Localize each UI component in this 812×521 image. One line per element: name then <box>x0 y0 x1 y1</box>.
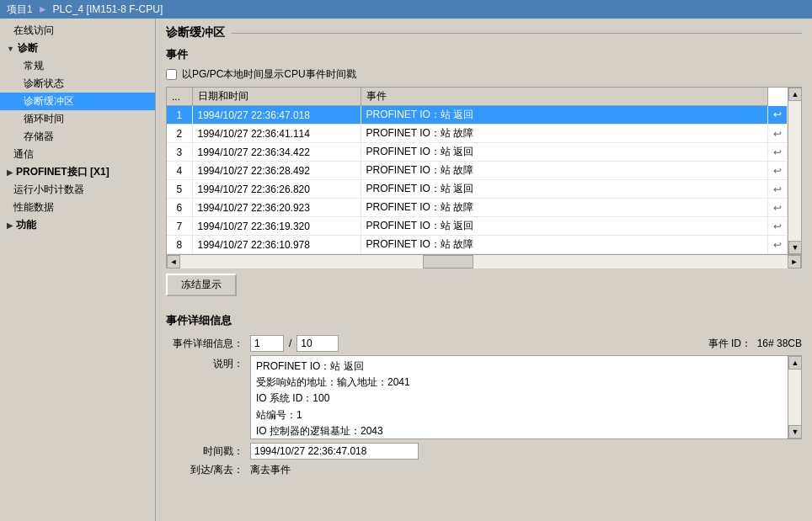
cell-num: 5 <box>167 180 192 199</box>
events-panel: 事件 以PG/PC本地时间显示CPU事件时间戳 ... 日期和时间 事件 <box>166 47 802 305</box>
timestamp-checkbox[interactable] <box>166 69 177 80</box>
sidebar-item-diagnostics[interactable]: 诊断 <box>0 40 155 57</box>
triangle-icon-diagnostics <box>7 45 14 53</box>
sidebar-item-function[interactable]: 功能 <box>0 216 155 234</box>
timestamp-checkbox-label: 以PG/PC本地时间显示CPU事件时间戳 <box>182 67 356 82</box>
cell-icon: ↩ <box>768 199 788 217</box>
sidebar-label-function: 功能 <box>16 218 36 232</box>
cell-event: PROFINET IO：站 故障 <box>361 162 768 180</box>
event-detail-separator: / <box>289 338 291 349</box>
cell-num: 3 <box>167 143 192 162</box>
h-scroll-right-arrow[interactable]: ► <box>788 255 801 268</box>
sidebar-item-storage[interactable]: 存储器 <box>0 128 155 146</box>
event-detail-info-row: 事件详细信息： / 事件 ID： 16# 38CB <box>166 335 802 352</box>
cell-icon: ↩ <box>768 106 788 125</box>
cell-icon: ↩ <box>768 236 788 254</box>
cell-event: PROFINET IO：站 故障 <box>361 199 768 217</box>
desc-scroll-down[interactable]: ▼ <box>788 425 802 439</box>
description-scrollbar[interactable]: ▲ ▼ <box>788 356 801 439</box>
cell-datetime: 1994/10/27 22:36:20.923 <box>192 199 361 217</box>
h-scroll-track[interactable] <box>180 255 788 268</box>
cell-event: PROFINET IO：站 故障 <box>361 236 768 254</box>
description-text: PROFINET IO：站 返回 受影响站的地址：输入地址：2041 IO 系统… <box>251 356 788 439</box>
sidebar-item-online-access[interactable]: 在线访问 <box>0 22 155 40</box>
cell-icon: ↩ <box>768 125 788 143</box>
events-table: ... 日期和时间 事件 11994/10/27 22:36:47.018PRO… <box>167 88 788 254</box>
table-row[interactable]: 61994/10/27 22:36:20.923PROFINET IO：站 故障… <box>167 199 788 217</box>
cell-datetime: 1994/10/27 22:36:19.320 <box>192 217 361 236</box>
cell-datetime: 1994/10/27 22:36:47.018 <box>192 106 361 125</box>
cell-num: 8 <box>167 236 192 254</box>
scroll-up-arrow[interactable]: ▲ <box>788 88 802 101</box>
sidebar-item-comms[interactable]: 通信 <box>0 146 155 163</box>
desc-scroll-up[interactable]: ▲ <box>788 356 802 369</box>
col-header-event: 事件 <box>361 88 768 106</box>
table-row[interactable]: 31994/10/27 22:36:34.422PROFINET IO：站 返回… <box>167 143 788 162</box>
title-separator: ► <box>38 3 48 15</box>
cell-datetime: 1994/10/27 22:36:28.492 <box>192 162 361 180</box>
section-divider <box>232 33 802 34</box>
table-row[interactable]: 41994/10/27 22:36:28.492PROFINET IO：站 故障… <box>167 162 788 180</box>
arrival-departure-value: 离去事件 <box>250 463 291 477</box>
page-title: 诊断缓冲区 <box>166 25 225 40</box>
table-row[interactable]: 51994/10/27 22:36:26.820PROFINET IO：站 返回… <box>167 180 788 199</box>
events-table-scrollbar[interactable]: ▲ ▼ <box>788 88 801 254</box>
col-header-datetime: 日期和时间 <box>192 88 361 106</box>
cell-event: PROFINET IO：站 故障 <box>361 125 768 143</box>
sidebar-label-diagnostics: 诊断 <box>18 41 38 56</box>
timestamp-checkbox-row: 以PG/PC本地时间显示CPU事件时间戳 <box>166 67 802 82</box>
sidebar-item-runtime-counter[interactable]: 运行小时计数器 <box>0 181 155 199</box>
cell-event: PROFINET IO：站 返回 <box>361 143 768 162</box>
table-row[interactable]: 21994/10/27 22:36:41.114PROFINET IO：站 故障… <box>167 125 788 143</box>
scroll-track[interactable] <box>788 101 801 241</box>
triangle-icon-function <box>7 221 13 230</box>
sidebar-item-cycle-time[interactable]: 循环时间 <box>0 110 155 128</box>
scroll-down-arrow[interactable]: ▼ <box>788 241 802 254</box>
h-scroll-thumb[interactable] <box>423 255 473 268</box>
desc-line-3: IO 系统 ID：100 <box>256 391 783 407</box>
sidebar-item-diag-buffer[interactable]: 诊断缓冲区 <box>0 93 155 110</box>
sidebar: 在线访问 诊断 常规 诊断状态 诊断缓冲区 循环时间 存储器 通信 PROFIN… <box>0 19 156 521</box>
cell-num: 4 <box>167 162 192 180</box>
events-section-label: 事件 <box>166 47 802 62</box>
cell-icon: ↩ <box>768 180 788 199</box>
sidebar-item-profinet[interactable]: PROFINET接口 [X1] <box>0 163 155 181</box>
cell-icon: ↩ <box>768 162 788 180</box>
desc-scroll-track[interactable] <box>788 369 801 425</box>
description-row: 说明： PROFINET IO：站 返回 受影响站的地址：输入地址：2041 I… <box>166 355 802 439</box>
event-detail-label: 事件详细信息： <box>166 337 250 351</box>
description-container: PROFINET IO：站 返回 受影响站的地址：输入地址：2041 IO 系统… <box>250 355 802 439</box>
sidebar-label-runtime-counter: 运行小时计数器 <box>13 183 84 195</box>
sidebar-item-normal[interactable]: 常规 <box>0 57 155 75</box>
desc-line-1: PROFINET IO：站 返回 <box>256 359 783 375</box>
sidebar-item-perf-data[interactable]: 性能数据 <box>0 199 155 216</box>
sidebar-item-diag-status[interactable]: 诊断状态 <box>0 75 155 93</box>
freeze-button[interactable]: 冻结显示 <box>166 274 237 296</box>
current-event-input[interactable] <box>250 335 284 352</box>
cell-num: 1 <box>167 106 192 125</box>
events-table-main: ... 日期和时间 事件 11994/10/27 22:36:47.018PRO… <box>167 88 788 254</box>
desc-line-4: 站编号：1 <box>256 407 783 423</box>
timestamp-label: 时间戳： <box>166 444 250 459</box>
cell-icon: ↩ <box>768 143 788 162</box>
cell-num: 6 <box>167 199 192 217</box>
cell-icon: ↩ <box>768 217 788 236</box>
sidebar-label-cycle-time: 循环时间 <box>24 113 64 125</box>
cell-event: PROFINET IO：站 返回 <box>361 180 768 199</box>
total-events-input[interactable] <box>296 335 339 352</box>
table-row[interactable]: 11994/10/27 22:36:47.018PROFINET IO：站 返回… <box>167 106 788 125</box>
sidebar-label-diag-buffer: 诊断缓冲区 <box>24 95 74 107</box>
timestamp-input[interactable] <box>250 443 419 460</box>
cell-event: PROFINET IO：站 返回 <box>361 217 768 236</box>
h-scrollbar[interactable]: ◄ ► <box>166 255 802 268</box>
cell-num: 2 <box>167 125 192 143</box>
event-id-label: 事件 ID： 16# 38CB <box>708 337 802 351</box>
cell-event: PROFINET IO：站 返回 <box>361 106 768 125</box>
title-project: 项目1 <box>7 3 33 17</box>
event-id-value: 16# 38CB <box>757 338 802 349</box>
table-row[interactable]: 71994/10/27 22:36:19.320PROFINET IO：站 返回… <box>167 217 788 236</box>
sidebar-label-comms: 通信 <box>13 148 34 160</box>
details-section-label: 事件详细信息 <box>166 313 802 328</box>
h-scroll-left-arrow[interactable]: ◄ <box>167 255 180 268</box>
table-row[interactable]: 81994/10/27 22:36:10.978PROFINET IO：站 故障… <box>167 236 788 254</box>
